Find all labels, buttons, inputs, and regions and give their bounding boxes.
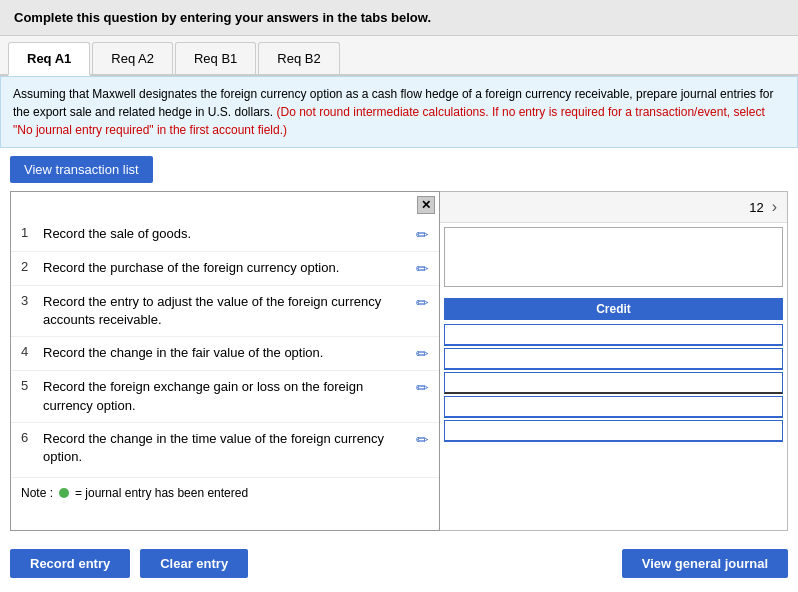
clear-entry-button[interactable]: Clear entry [140, 549, 248, 578]
view-general-journal-button[interactable]: View general journal [622, 549, 788, 578]
list-item: 3 Record the entry to adjust the value o… [11, 286, 439, 337]
edit-icon-4[interactable]: ✏ [416, 345, 429, 363]
transaction-text-2: Record the purchase of the foreign curre… [43, 259, 410, 277]
list-item: 2 Record the purchase of the foreign cur… [11, 252, 439, 286]
tab-req-b1[interactable]: Req B1 [175, 42, 256, 74]
transaction-text-5: Record the foreign exchange gain or loss… [43, 378, 410, 414]
nav-next-arrow[interactable]: › [772, 198, 777, 216]
transaction-popup: ✕ 1 Record the sale of goods. ✏ 2 Record… [10, 191, 440, 531]
transaction-num-3: 3 [21, 293, 37, 308]
list-item: 4 Record the change in the fair value of… [11, 337, 439, 371]
credit-header: Credit [444, 298, 783, 320]
transaction-text-1: Record the sale of goods. [43, 225, 410, 243]
transaction-list: 1 Record the sale of goods. ✏ 2 Record t… [11, 214, 439, 477]
edit-icon-6[interactable]: ✏ [416, 431, 429, 449]
edit-icon-5[interactable]: ✏ [416, 379, 429, 397]
list-item: 1 Record the sale of goods. ✏ [11, 218, 439, 252]
credit-input-5[interactable] [444, 420, 783, 442]
transaction-num-5: 5 [21, 378, 37, 393]
transaction-num-4: 4 [21, 344, 37, 359]
instruction-bar: Complete this question by entering your … [0, 0, 798, 36]
credit-input-row [444, 324, 783, 442]
instruction-text: Complete this question by entering your … [14, 10, 431, 25]
main-content: ✕ 1 Record the sale of goods. ✏ 2 Record… [0, 191, 798, 541]
tab-req-b2[interactable]: Req B2 [258, 42, 339, 74]
journal-body: Credit [440, 223, 787, 530]
popup-close-btn[interactable]: ✕ [417, 196, 435, 214]
journal-textarea[interactable] [444, 227, 783, 287]
note-label: Note : [21, 486, 53, 500]
list-item: 6 Record the change in the time value of… [11, 423, 439, 473]
transaction-text-4: Record the change in the fair value of t… [43, 344, 410, 362]
tabs-row: Req A1 Req A2 Req B1 Req B2 [0, 36, 798, 76]
credit-input-1[interactable] [444, 324, 783, 346]
edit-icon-3[interactable]: ✏ [416, 294, 429, 312]
list-item: 5 Record the foreign exchange gain or lo… [11, 371, 439, 422]
transaction-text-3: Record the entry to adjust the value of … [43, 293, 410, 329]
note-legend: = journal entry has been entered [75, 486, 248, 500]
view-transaction-btn[interactable]: View transaction list [10, 156, 153, 183]
record-entry-button[interactable]: Record entry [10, 549, 130, 578]
popup-note: Note : = journal entry has been entered [11, 477, 439, 508]
info-box: Assuming that Maxwell designates the for… [0, 76, 798, 148]
credit-input-3[interactable] [444, 372, 783, 394]
credit-input-2[interactable] [444, 348, 783, 370]
bottom-buttons: Record entry Clear entry View general jo… [0, 541, 798, 586]
tab-req-a1[interactable]: Req A1 [8, 42, 90, 76]
journal-panel: 12 › Credit [440, 191, 788, 531]
journal-nav: 12 › [440, 192, 787, 223]
edit-icon-1[interactable]: ✏ [416, 226, 429, 244]
transaction-num-1: 1 [21, 225, 37, 240]
green-dot-icon [59, 488, 69, 498]
tab-req-a2[interactable]: Req A2 [92, 42, 173, 74]
edit-icon-2[interactable]: ✏ [416, 260, 429, 278]
transaction-num-6: 6 [21, 430, 37, 445]
credit-input-4[interactable] [444, 396, 783, 418]
journal-page-num: 12 [749, 200, 763, 215]
transaction-num-2: 2 [21, 259, 37, 274]
transaction-text-6: Record the change in the time value of t… [43, 430, 410, 466]
